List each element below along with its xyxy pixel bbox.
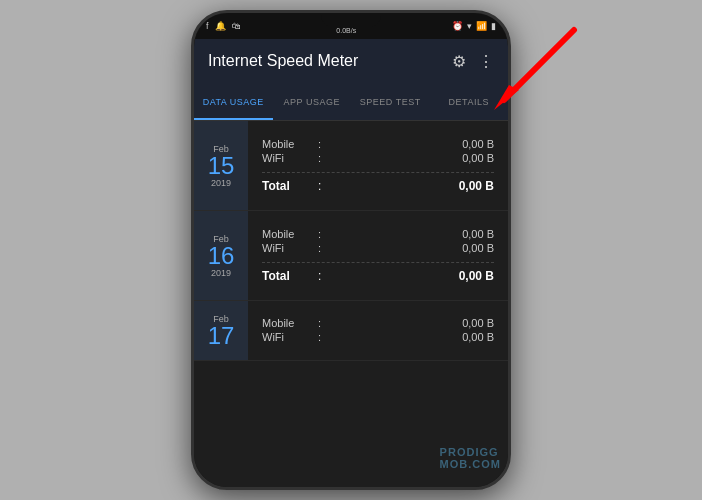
wifi-label-3: WiFi <box>262 331 312 343</box>
battery-icon: ▮ <box>491 21 496 31</box>
date-box-2: Feb 16 2019 <box>194 211 248 300</box>
total-label-1: Total <box>262 179 312 193</box>
mobile-value-3: 0,00 B <box>327 317 494 329</box>
phone-notch <box>321 13 381 27</box>
total-value-1: 0,00 B <box>327 179 494 193</box>
mobile-row-2: Mobile : 0,00 B <box>262 228 494 240</box>
divider-2 <box>262 262 494 263</box>
day-1: 15 <box>208 154 235 178</box>
download-speed: 0.0B/s <box>336 26 356 35</box>
wifi-value-3: 0,00 B <box>327 331 494 343</box>
content-area: Feb 15 2019 Mobile : 0,00 B WiFi <box>194 121 508 487</box>
wifi-label-1: WiFi <box>262 152 312 164</box>
wifi-value-2: 0,00 B <box>327 242 494 254</box>
total-row-2: Total : 0,00 B <box>262 269 494 283</box>
app-toolbar: Internet Speed Meter ⚙ ⋮ <box>194 39 508 83</box>
mobile-row-3: Mobile : 0,00 B <box>262 317 494 329</box>
tab-bar: DATA USAGE APP USAGE SPEED TEST DETAILS <box>194 83 508 121</box>
day-3: 17 <box>208 324 235 348</box>
wifi-row-3: WiFi : 0,00 B <box>262 331 494 343</box>
data-row-feb15: Feb 15 2019 Mobile : 0,00 B WiFi <box>194 121 508 211</box>
mobile-label-2: Mobile <box>262 228 312 240</box>
signal-icon: 📶 <box>476 21 487 31</box>
more-vert-icon[interactable]: ⋮ <box>478 52 494 71</box>
wifi-icon: ▾ <box>467 21 472 31</box>
total-row-1: Total : 0,00 B <box>262 179 494 193</box>
tab-speed-test[interactable]: SPEED TEST <box>351 83 430 120</box>
wifi-label-2: WiFi <box>262 242 312 254</box>
data-row-feb16: Feb 16 2019 Mobile : 0,00 B WiFi <box>194 211 508 301</box>
app-title: Internet Speed Meter <box>208 52 358 70</box>
alarm-icon: ⏰ <box>452 21 463 31</box>
date-box-1: Feb 15 2019 <box>194 121 248 210</box>
fb-icon: f <box>206 21 209 31</box>
details-3: Mobile : 0,00 B WiFi : 0,00 B <box>248 301 508 360</box>
notif-icon: 🔔 <box>215 21 226 31</box>
wifi-row-2: WiFi : 0,00 B <box>262 242 494 254</box>
tab-app-usage[interactable]: APP USAGE <box>273 83 352 120</box>
mobile-row-1: Mobile : 0,00 B <box>262 138 494 150</box>
status-left: f 🔔 🛍 <box>206 21 241 31</box>
wifi-row-1: WiFi : 0,00 B <box>262 152 494 164</box>
day-2: 16 <box>208 244 235 268</box>
mobile-label-1: Mobile <box>262 138 312 150</box>
mobile-value-2: 0,00 B <box>327 228 494 240</box>
toolbar-icons: ⚙ ⋮ <box>452 52 494 71</box>
bag-icon: 🛍 <box>232 21 241 31</box>
details-1: Mobile : 0,00 B WiFi : 0,00 B <box>248 121 508 210</box>
total-value-2: 0,00 B <box>327 269 494 283</box>
details-2: Mobile : 0,00 B WiFi : 0,00 B <box>248 211 508 300</box>
divider-1 <box>262 172 494 173</box>
year-2: 2019 <box>211 268 231 278</box>
status-right: ⏰ ▾ 📶 ▮ <box>452 21 496 31</box>
data-row-feb17: Feb 17 Mobile : 0,00 B WiFi : <box>194 301 508 361</box>
wifi-value-1: 0,00 B <box>327 152 494 164</box>
mobile-label-3: Mobile <box>262 317 312 329</box>
total-label-2: Total <box>262 269 312 283</box>
year-1: 2019 <box>211 178 231 188</box>
date-box-3: Feb 17 <box>194 301 248 360</box>
mobile-value-1: 0,00 B <box>327 138 494 150</box>
svg-line-0 <box>504 30 574 100</box>
settings-icon[interactable]: ⚙ <box>452 52 466 71</box>
tab-details[interactable]: DETAILS <box>430 83 509 120</box>
phone-frame: f 🔔 🛍 0.0B/s 0.0B/s ⏰ ▾ 📶 ▮ <box>191 10 511 490</box>
tab-data-usage[interactable]: DATA USAGE <box>194 83 273 120</box>
